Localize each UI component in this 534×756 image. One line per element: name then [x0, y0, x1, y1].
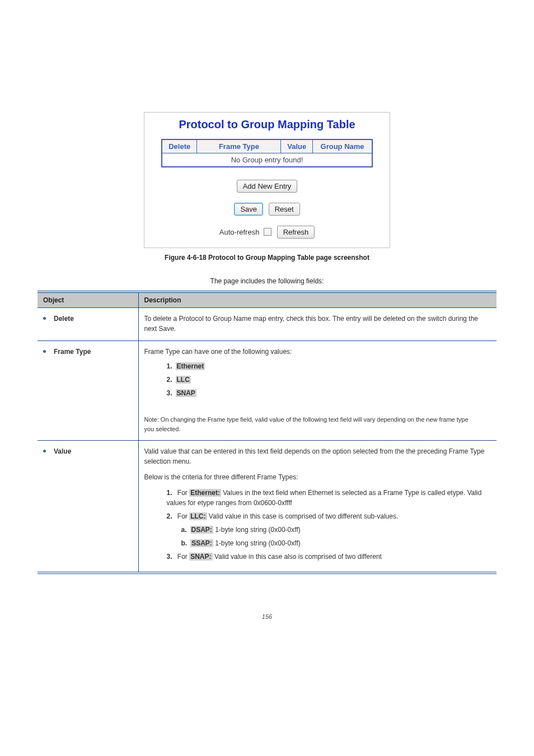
value-snap: SNAP: [189, 553, 212, 561]
object-frame-type: Frame Type [54, 348, 91, 356]
option-snap: SNAP [176, 389, 196, 397]
object-delete: Delete [54, 315, 74, 323]
mapping-table: Delete Frame Type Value Group Name No Gr… [161, 139, 373, 167]
table-empty-row: No Group entry found! [162, 153, 372, 167]
option-ethernet: Ethernet [176, 362, 205, 370]
bullet-icon [43, 317, 46, 320]
screenshot-panel: Protocol to Group Mapping Table Delete F… [144, 112, 390, 248]
save-button[interactable]: Save [234, 203, 263, 216]
desc-value: Valid value that can be entered in this … [138, 441, 496, 573]
col-value: Value [281, 139, 313, 153]
desc-delete: To delete a Protocol to Group Name map e… [138, 308, 496, 341]
refresh-button[interactable]: Refresh [277, 226, 315, 239]
intro-text: The page includes the following fields: [17, 277, 517, 285]
col-delete: Delete [162, 139, 197, 153]
bullet-icon [43, 350, 46, 353]
panel-title: Protocol to Group Mapping Table [144, 118, 390, 131]
bullet-icon [43, 450, 46, 452]
desc-header-row: Object Description [38, 292, 496, 308]
header-object: Object [38, 292, 138, 308]
no-entry-text: No Group entry found! [162, 153, 372, 167]
object-value: Value [54, 447, 71, 455]
figure-caption: Figure 4-6-18 Protocol to Group Mapping … [17, 254, 517, 262]
page-number: 156 [17, 613, 517, 620]
col-frame-type: Frame Type [197, 139, 281, 153]
reset-button[interactable]: Reset [269, 203, 300, 216]
value-ssap: SSAP: [190, 539, 213, 547]
value-llc: LLC: [189, 512, 207, 520]
option-llc: LLC [176, 376, 191, 384]
row-value: Value Valid value that can be entered in… [38, 441, 496, 573]
auto-refresh-checkbox[interactable] [264, 228, 271, 236]
desc-frame-type: Frame Type can have one of the following… [138, 341, 496, 441]
col-group-name: Group Name [313, 139, 372, 153]
add-new-entry-button[interactable]: Add New Entry [237, 180, 298, 193]
auto-refresh-label: Auto-refresh [219, 228, 260, 236]
value-dsap: DSAP: [190, 526, 213, 534]
frame-type-note: Note: On changing the Frame type field, … [144, 415, 480, 433]
row-delete: Delete To delete a Protocol to Group Nam… [38, 308, 496, 341]
description-table: Object Description Delete To delete a Pr… [38, 291, 496, 574]
value-ethernet: Ethernet: [189, 489, 221, 497]
frame-type-lead: Frame Type can have one of the following… [144, 347, 491, 357]
header-description: Description [138, 292, 496, 308]
table-header-row: Delete Frame Type Value Group Name [162, 139, 372, 153]
row-frame-type: Frame Type Frame Type can have one of th… [38, 341, 496, 441]
